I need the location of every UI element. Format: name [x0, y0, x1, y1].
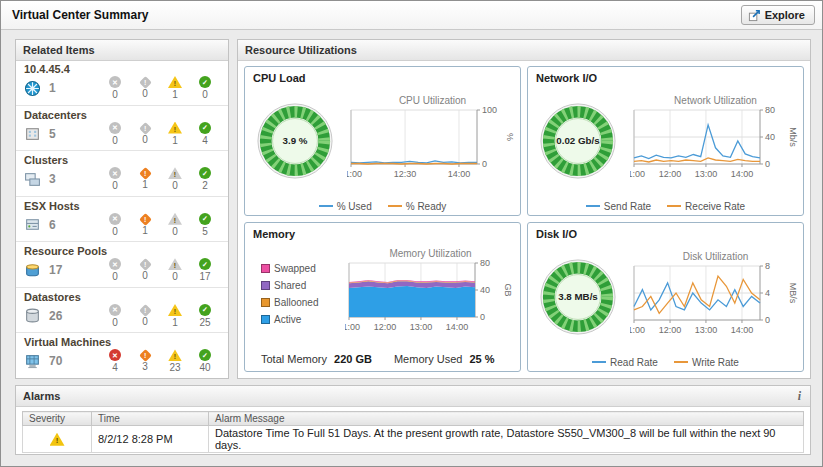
- svg-text:0: 0: [480, 312, 485, 322]
- cpu-gauge-value: 3.9 %: [283, 135, 308, 146]
- status-cell-warning[interactable]: !0: [160, 258, 190, 282]
- status-count: 0: [172, 226, 178, 237]
- status-cell-fatal[interactable]: ✕0: [100, 76, 130, 100]
- critical-status-icon: !: [139, 122, 152, 135]
- status-count: 0: [112, 135, 118, 146]
- status-count: 0: [142, 270, 148, 281]
- status-cell-warning[interactable]: !0: [160, 213, 190, 237]
- status-count: 17: [199, 271, 210, 282]
- status-cell-critical[interactable]: !0: [130, 304, 160, 328]
- related-items-title: Related Items: [16, 40, 228, 61]
- status-cell-normal[interactable]: ✓4: [190, 122, 220, 146]
- alarm-row[interactable]: !8/2/12 8:28 PMDatastore Time To Full 51…: [23, 426, 804, 453]
- status-cell-warning[interactable]: !1: [160, 122, 190, 146]
- legend-label: Receive Rate: [685, 201, 745, 212]
- svg-text:12:30: 12:30: [393, 169, 416, 179]
- svg-text:%: %: [505, 132, 515, 140]
- info-icon[interactable]: i: [798, 386, 801, 406]
- status-count: 0: [142, 134, 148, 145]
- disk-gauge-value: 3.8 MB/s: [558, 291, 598, 302]
- svg-text:12:00: 12:00: [658, 169, 681, 179]
- related-item-datacenters[interactable]: Datacenters5✕0!0!1✓4: [16, 106, 228, 152]
- status-count: 4: [112, 362, 118, 373]
- status-count: 0: [202, 89, 208, 100]
- disk-chart-title: Disk Utilization: [683, 251, 749, 262]
- legend-swatch: [261, 298, 270, 307]
- normal-status-icon: ✓: [199, 167, 211, 179]
- status-cell-warning[interactable]: !1: [160, 76, 190, 100]
- related-item-esx-hosts[interactable]: ESX Hosts6✕0!1!0✓5: [16, 197, 228, 243]
- status-cell-critical[interactable]: !0: [130, 258, 160, 282]
- legend-item: Write Rate: [674, 357, 739, 368]
- status-count: 40: [199, 362, 210, 373]
- legend-swatch: [319, 205, 333, 207]
- legend-item: % Used: [319, 201, 372, 212]
- column-header-message[interactable]: Alarm Message: [209, 412, 804, 426]
- warning-status-icon: !: [168, 76, 182, 88]
- memory-totals: Total Memory 220 GB Memory Used 25 %: [245, 347, 520, 371]
- critical-status-icon: !: [139, 258, 152, 271]
- alarm-time: 8/2/12 8:28 PM: [92, 426, 209, 453]
- status-cell-critical[interactable]: !0: [130, 76, 160, 100]
- network-io-title: Network I/O: [528, 67, 803, 85]
- related-item-label: ESX Hosts: [24, 200, 220, 212]
- network-chart-title: Network Utilization: [674, 95, 757, 106]
- disk-io-quadrant: Disk I/O 3.8 MB/s Disk Utilization: [527, 222, 804, 372]
- normal-status-icon: ✓: [199, 258, 211, 270]
- status-cell-normal[interactable]: ✓0: [190, 76, 220, 100]
- related-item-label: Virtual Machines: [24, 336, 220, 348]
- svg-text:11:00: 11:00: [630, 325, 645, 335]
- status-cell-fatal[interactable]: ✕0: [100, 258, 130, 282]
- legend-item: % Ready: [388, 201, 447, 212]
- warning-status-icon: !: [168, 213, 182, 225]
- network-io-gauge[interactable]: 0.02 Gb/s: [539, 102, 617, 180]
- status-cell-critical[interactable]: !3: [130, 349, 160, 373]
- status-cell-warning[interactable]: !1: [160, 304, 190, 328]
- column-header-time[interactable]: Time: [92, 412, 209, 426]
- status-count: 25: [199, 317, 210, 328]
- resource-utilizations-panel: Resource Utilizations CPU Load 3.9 %: [237, 39, 811, 379]
- status-cell-critical[interactable]: !1: [130, 167, 160, 191]
- status-count: 0: [142, 88, 148, 99]
- status-cell-warning[interactable]: !0: [160, 167, 190, 191]
- status-cell-fatal[interactable]: ✕0: [100, 167, 130, 191]
- status-cell-normal[interactable]: ✓25: [190, 304, 220, 328]
- status-cell-normal[interactable]: ✓5: [190, 213, 220, 237]
- status-count: 0: [172, 180, 178, 191]
- related-item-10-4-45-4[interactable]: 10.4.45.41✕0!0!1✓0: [16, 60, 228, 106]
- status-cell-fatal[interactable]: ✕0: [100, 213, 130, 237]
- legend-swatch: [667, 205, 681, 207]
- total-memory-value: 220 GB: [334, 353, 372, 365]
- legend-item: Receive Rate: [667, 201, 745, 212]
- related-item-datastores[interactable]: Datastores26✕0!0!1✓25: [16, 288, 228, 334]
- disk-chart-legend: Read RateWrite Rate: [528, 353, 803, 371]
- header-bar: Virtual Center Summary Explore: [1, 1, 822, 30]
- related-item-resource-pools[interactable]: Resource Pools17✕0!0!0✓17: [16, 242, 228, 288]
- status-cell-fatal[interactable]: ✕4: [100, 349, 130, 373]
- status-cell-normal[interactable]: ✓17: [190, 258, 220, 282]
- status-cell-fatal[interactable]: ✕0: [100, 122, 130, 146]
- svg-text:80: 80: [765, 106, 775, 115]
- normal-status-icon: ✓: [199, 122, 211, 134]
- disk-io-gauge[interactable]: 3.8 MB/s: [539, 258, 617, 336]
- svg-text:13:00: 13:00: [409, 322, 432, 332]
- related-item-virtual-machines[interactable]: Virtual Machines70✕4!3!23✓40: [16, 333, 228, 378]
- related-item-count: 70: [49, 354, 62, 368]
- normal-status-icon: ✓: [199, 76, 211, 88]
- status-cell-critical[interactable]: !1: [130, 213, 160, 237]
- status-cell-normal[interactable]: ✓40: [190, 349, 220, 373]
- explore-button[interactable]: Explore: [741, 5, 815, 25]
- alarms-title: Alarms: [23, 390, 60, 402]
- related-item-clusters[interactable]: Clusters3✕0!1!0✓2: [16, 151, 228, 197]
- legend-swatch: [261, 264, 270, 273]
- warning-status-icon: !: [168, 349, 182, 361]
- column-header-severity[interactable]: Severity: [23, 412, 92, 426]
- critical-status-icon: !: [139, 167, 152, 180]
- status-cell-warning[interactable]: !23: [160, 349, 190, 373]
- cpu-load-gauge[interactable]: 3.9 %: [256, 102, 334, 180]
- status-cell-fatal[interactable]: ✕0: [100, 304, 130, 328]
- alarms-body: Severity Time Alarm Message !8/2/12 8:28…: [16, 407, 810, 457]
- status-cell-normal[interactable]: ✓2: [190, 167, 220, 191]
- status-count: 0: [112, 271, 118, 282]
- status-cell-critical[interactable]: !0: [130, 122, 160, 146]
